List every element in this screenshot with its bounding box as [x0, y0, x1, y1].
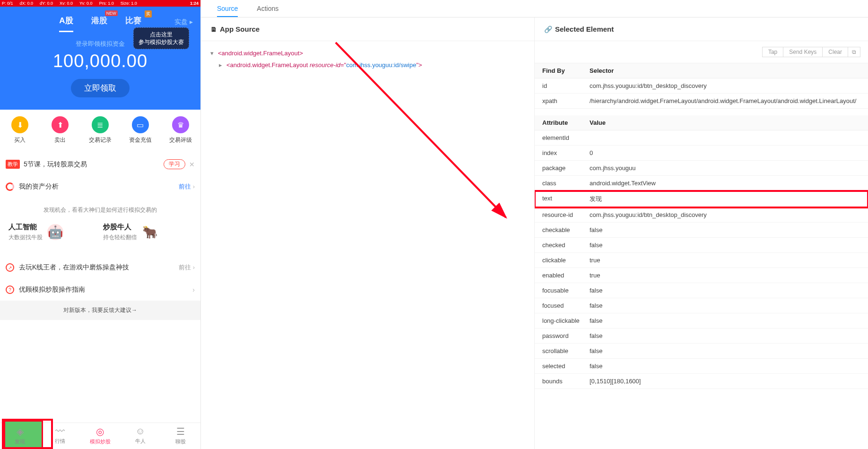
- attribute-row[interactable]: packagecom.jhss.youguu: [535, 161, 868, 176]
- attribute-row[interactable]: long-clickablefalse: [535, 313, 868, 328]
- source-tree[interactable]: ▾<android.widget.FrameLayout> ▸<android.…: [201, 41, 534, 78]
- close-icon[interactable]: ✕: [189, 161, 195, 168]
- discover-hint: 发现机会，看看大神们是如何进行模拟交易的: [0, 199, 200, 218]
- history-button[interactable]: ≣交易记录: [80, 116, 121, 144]
- tab-source[interactable]: Source: [217, 0, 238, 17]
- attribute-row[interactable]: focusedfalse: [535, 298, 868, 313]
- download-icon: ⬇: [11, 116, 28, 133]
- tree-node-child[interactable]: ▸<android.widget.FrameLayout resource-id…: [210, 60, 525, 71]
- attribute-row[interactable]: elementId: [535, 130, 868, 146]
- phone-preview: P: 0/1dX: 0.0dY: 0.0 Xv: 0.0Yv: 0.0Prs: …: [0, 0, 200, 449]
- guide-text: 优顾模拟炒股操作指南: [19, 285, 191, 294]
- bull-icon: 🐂: [142, 224, 158, 240]
- rate-button[interactable]: ♛交易评级: [160, 116, 200, 144]
- attribute-row[interactable]: focusablefalse: [535, 283, 868, 298]
- wallet-icon: ▭: [132, 116, 149, 133]
- sell-button[interactable]: ⬆卖出: [40, 116, 80, 144]
- send-keys-button[interactable]: Send Keys: [783, 47, 823, 57]
- attribute-row[interactable]: classandroid.widget.TextView: [535, 176, 868, 191]
- tap-button[interactable]: Tap: [762, 47, 783, 57]
- trade-icon: ◎: [80, 426, 121, 437]
- question-icon: ?: [6, 285, 14, 294]
- attribute-row[interactable]: checkedfalse: [535, 238, 868, 253]
- god-card[interactable]: 炒股牛人持仓轻松翻倍 🐂: [100, 220, 195, 244]
- compass-icon: ◈: [0, 426, 40, 437]
- go-link-grey[interactable]: 前往›: [179, 263, 195, 272]
- tab-a-shares[interactable]: A股: [59, 15, 73, 32]
- nav-trade[interactable]: ◎模拟炒股: [80, 423, 121, 449]
- app-source-panel: 🗎App Source ▾<android.widget.FrameLayout…: [201, 17, 534, 449]
- guide-row[interactable]: ? 优顾模拟炒股操作指南 ›: [0, 279, 200, 301]
- feedback-link[interactable]: 对新版本，我要反馈大建议→: [0, 301, 200, 320]
- asset-title: 我的资产分析: [19, 182, 179, 191]
- nav-market[interactable]: 〰行情: [40, 423, 80, 449]
- robot-icon: 🤖: [47, 224, 63, 240]
- list-icon: ≣: [92, 116, 109, 133]
- lesson-text: 5节课，玩转股票交易: [24, 160, 164, 169]
- selectors-table: Find BySelector idcom.jhss.youguu:id/btn…: [535, 63, 868, 109]
- claim-button[interactable]: 立即领取: [71, 79, 130, 97]
- selected-element-panel: 🔗Selected Element Tap Send Keys Clear ⧉ …: [534, 17, 868, 449]
- attribute-row[interactable]: checkablefalse: [535, 223, 868, 238]
- tab-hk-shares[interactable]: 港股NEW: [91, 15, 107, 31]
- file-icon: 🗎: [210, 26, 217, 33]
- teach-tag: 教学: [6, 160, 20, 169]
- attribute-row[interactable]: enabledtrue: [535, 268, 868, 283]
- tab-actions[interactable]: Actions: [257, 0, 278, 17]
- attribute-row[interactable]: scrollablefalse: [535, 344, 868, 359]
- selected-element-title: Selected Element: [555, 25, 614, 33]
- element-actions: Tap Send Keys Clear ⧉: [535, 41, 868, 63]
- app-source-title: App Source: [220, 25, 260, 33]
- award-badge: 奖: [145, 10, 152, 17]
- go-link[interactable]: 前往›: [179, 182, 195, 191]
- clear-button[interactable]: Clear: [823, 47, 848, 57]
- arrow-icon: ↗: [6, 263, 14, 272]
- android-status-bar: P: 0/1dX: 0.0dY: 0.0 Xv: 0.0Yv: 0.0Prs: …: [0, 0, 200, 7]
- buy-button[interactable]: ⬇买入: [0, 116, 40, 144]
- live-trade-link[interactable]: 实盘 ▸: [174, 18, 193, 26]
- ai-card[interactable]: 人工智能大数据找牛股 🤖: [6, 220, 100, 244]
- sim-amount: 100,000.00: [0, 51, 200, 71]
- nav-master[interactable]: ☺牛人: [120, 423, 160, 449]
- bottom-nav: ◈发现 〰行情 ◎模拟炒股 ☺牛人 ☰聊股: [0, 423, 200, 449]
- inspector-tabs: Source Actions: [201, 0, 868, 17]
- pie-icon: [6, 182, 14, 191]
- selector-row[interactable]: xpath/hierarchy/android.widget.FrameLayo…: [535, 94, 868, 109]
- lesson-row[interactable]: 教学 5节课，玩转股票交易 学习 ✕: [0, 155, 200, 174]
- attribute-row[interactable]: bounds[0,1510][180,1600]: [535, 374, 868, 389]
- upload-icon: ⬆: [52, 116, 69, 133]
- nav-chat[interactable]: ☰聊股: [160, 423, 200, 449]
- inspector-panel: Source Actions 🗎App Source ▾<android.wid…: [200, 0, 868, 449]
- attribute-row[interactable]: text发现: [535, 191, 868, 207]
- attribute-row[interactable]: resource-idcom.jhss.youguu:id/btn_deskto…: [535, 207, 868, 223]
- tree-node-root[interactable]: ▾<android.widget.FrameLayout>: [210, 48, 525, 60]
- kline-text: 去玩K线王者，在游戏中磨炼操盘神技: [19, 263, 179, 272]
- contest-bubble[interactable]: 点击这里参与模拟炒股大赛: [133, 27, 189, 49]
- discover-grid: 人工智能大数据找牛股 🤖 炒股牛人持仓轻松翻倍 🐂: [0, 218, 200, 253]
- kline-row[interactable]: ↗ 去玩K线王者，在游戏中磨炼操盘神技 前往›: [0, 257, 200, 278]
- study-button[interactable]: 学习: [164, 159, 185, 169]
- person-icon: ☺: [120, 426, 160, 437]
- link-icon: 🔗: [544, 26, 552, 33]
- selector-row[interactable]: idcom.jhss.youguu:id/btn_desktop_discove…: [535, 78, 868, 94]
- asset-row[interactable]: 我的资产分析 前往›: [0, 178, 200, 196]
- copy-button[interactable]: ⧉: [848, 47, 860, 57]
- crown-icon: ♛: [172, 116, 189, 133]
- attribute-row[interactable]: passwordfalse: [535, 328, 868, 344]
- attribute-row[interactable]: selectedfalse: [535, 359, 868, 374]
- chart-icon: 〰: [40, 426, 80, 437]
- chevron-right-icon: ›: [192, 286, 195, 294]
- attributes-table: AttributeValue elementIdindex0packagecom…: [535, 115, 868, 389]
- quick-actions: ⬇买入 ⬆卖出 ≣交易记录 ▭资金充值 ♛交易评级: [0, 110, 200, 151]
- attribute-row[interactable]: clickabletrue: [535, 253, 868, 268]
- new-badge: NEW: [105, 10, 118, 16]
- attribute-row[interactable]: index0: [535, 146, 868, 161]
- nav-discovery[interactable]: ◈发现: [0, 423, 40, 449]
- fund-button[interactable]: ▭资金充值: [120, 116, 160, 144]
- chat-icon: ☰: [160, 426, 200, 437]
